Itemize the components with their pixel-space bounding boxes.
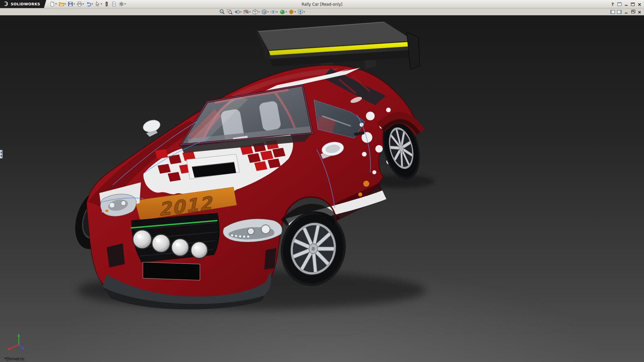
main-toolbar: ▾▾▾▾▾▾▾ — [46, 0, 126, 8]
zoom-to-fit-icon — [219, 9, 225, 15]
previous-view-button[interactable]: ▾ — [233, 8, 242, 15]
license-plate — [143, 262, 200, 280]
display-pane-button[interactable] — [616, 9, 623, 15]
hide-show-items-icon — [270, 9, 276, 15]
rebuild-button[interactable] — [103, 1, 110, 8]
view-orientation-button[interactable]: ▾ — [252, 8, 260, 15]
minimize-button[interactable] — [623, 1, 629, 7]
zoom-to-fit-button[interactable] — [219, 8, 226, 15]
section-view-button[interactable]: ▾ — [243, 8, 251, 15]
document-window-controls: × — [609, 8, 643, 15]
display-style-dropdown-arrow[interactable]: ▾ — [267, 11, 269, 13]
view-settings-icon — [298, 9, 303, 15]
new-document-icon — [50, 1, 55, 7]
select-dropdown-arrow[interactable]: ▾ — [101, 3, 102, 5]
new-document-dropdown-arrow[interactable]: ▾ — [55, 3, 57, 5]
print-button[interactable]: ▾ — [76, 1, 85, 8]
edit-appearance-button[interactable]: ▾ — [279, 8, 287, 15]
brand-name: SOLIDWORKS — [11, 2, 40, 6]
file-properties-button[interactable] — [111, 1, 117, 8]
zoom-to-area-icon — [227, 9, 232, 15]
select-button[interactable]: ▾ — [94, 1, 103, 8]
document-title: Rally Car [Read-only] — [302, 0, 342, 8]
maximize-button[interactable] — [630, 1, 636, 7]
apply-scene-button[interactable]: ▾ — [288, 8, 297, 15]
view-settings-button[interactable]: ▾ — [297, 8, 306, 15]
edit-appearance-dropdown-arrow[interactable]: ▾ — [285, 11, 287, 13]
section-view-icon — [243, 9, 249, 15]
view-orientation-icon — [252, 9, 258, 15]
task-pane-button[interactable] — [616, 1, 623, 7]
undo-icon — [86, 1, 91, 7]
options-dropdown-arrow[interactable]: ▾ — [124, 3, 126, 5]
display-style-button[interactable]: ▾ — [261, 8, 269, 15]
undo-button[interactable]: ▾ — [85, 1, 94, 8]
zoom-to-area-button[interactable] — [226, 8, 233, 15]
solidworks-logo-icon — [3, 1, 9, 7]
options-icon — [119, 1, 124, 7]
apply-scene-icon — [288, 9, 294, 15]
undo-dropdown-arrow[interactable]: ▾ — [92, 3, 93, 5]
view-settings-dropdown-arrow[interactable]: ▾ — [304, 11, 305, 13]
close-button[interactable]: × — [636, 1, 643, 7]
hide-show-items-button[interactable]: ▾ — [270, 8, 278, 15]
reference-triad — [5, 333, 27, 355]
options-button[interactable]: ▾ — [118, 1, 126, 8]
rear-wheel — [376, 113, 426, 183]
close-button[interactable]: × — [636, 9, 643, 15]
apply-scene-dropdown-arrow[interactable]: ▾ — [294, 11, 296, 13]
edit-appearance-icon — [279, 9, 285, 15]
section-view-dropdown-arrow[interactable]: ▾ — [249, 11, 251, 13]
titlebar-controls: ?× — [609, 0, 643, 8]
graphics-viewport[interactable]: 2012 — [0, 15, 644, 362]
heads-up-toolbar: ▾▾▾▾▾▾▾▾ — [219, 8, 306, 15]
restore-button[interactable] — [630, 9, 636, 15]
view-toolbar-row: ▾▾▾▾▾▾▾▾ × — [0, 8, 644, 15]
file-properties-icon — [111, 1, 117, 7]
hide-show-items-dropdown-arrow[interactable]: ▾ — [276, 11, 278, 13]
rebuild-icon — [104, 1, 109, 7]
display-style-icon — [261, 9, 267, 15]
solidworks-logo: SOLIDWORKS — [0, 0, 46, 8]
new-document-button[interactable]: ▾ — [49, 1, 57, 8]
save-button[interactable]: ▾ — [67, 1, 75, 8]
open-icon — [59, 1, 64, 7]
help-button[interactable]: ? — [609, 1, 616, 7]
previous-view-icon — [234, 9, 240, 15]
open-dropdown-arrow[interactable]: ▾ — [64, 3, 66, 5]
select-icon — [95, 1, 100, 7]
car-model: 2012 — [0, 15, 644, 362]
open-button[interactable]: ▾ — [58, 1, 66, 8]
view-orientation-label: *Dimetric — [4, 356, 25, 361]
minimize-button[interactable] — [623, 9, 629, 15]
save-dropdown-arrow[interactable]: ▾ — [73, 3, 75, 5]
title-bar: SOLIDWORKS ▾▾▾▾▾▾▾ Rally Car [Read-only]… — [0, 0, 644, 8]
print-dropdown-arrow[interactable]: ▾ — [83, 3, 84, 5]
panel-collapse-handle[interactable] — [0, 150, 3, 159]
view-orientation-dropdown-arrow[interactable]: ▾ — [258, 11, 260, 13]
left-mirror — [142, 118, 161, 137]
save-icon — [68, 1, 73, 7]
print-icon — [77, 1, 82, 7]
featuremanager-pane-button[interactable] — [609, 9, 616, 15]
x-axis — [9, 345, 19, 349]
previous-view-dropdown-arrow[interactable]: ▾ — [240, 11, 241, 13]
